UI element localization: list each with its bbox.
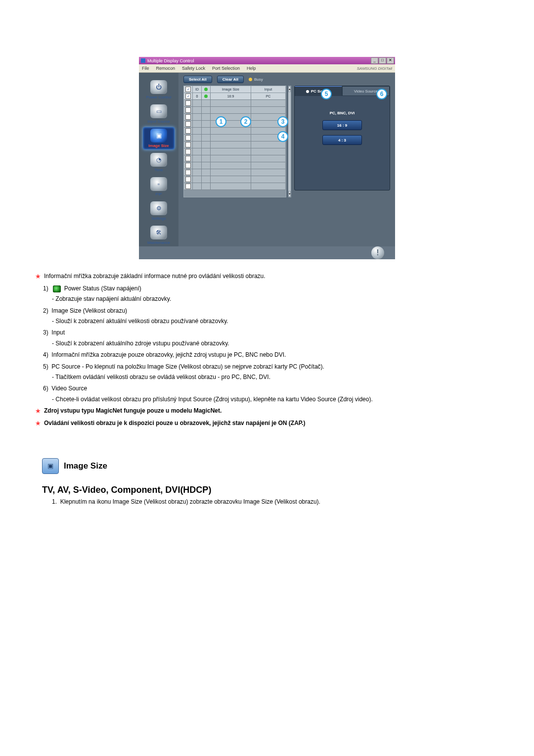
- star-icon: ★: [35, 272, 41, 282]
- table-row: [184, 107, 286, 114]
- table-row: [184, 176, 286, 183]
- scroll-up-icon[interactable]: ▴: [288, 86, 291, 92]
- cell-input: PC: [251, 93, 286, 100]
- busy-indicator: Busy: [249, 77, 263, 82]
- cell-id: 0: [193, 93, 202, 100]
- maximize-icon[interactable]: □: [379, 57, 386, 64]
- callout-4: 4: [277, 131, 288, 142]
- menu-portselection[interactable]: Port Selection: [212, 66, 240, 71]
- time-icon: ◔: [150, 153, 167, 167]
- table-row: [184, 169, 286, 176]
- ratio-16-9-button[interactable]: 16 : 9: [322, 120, 362, 130]
- ordered-list: 1. Klepnutím na ikonu Image Size (Veliko…: [52, 498, 507, 505]
- section-subtitle: TV, AV, S-Video, Component, DVI(HDCP): [42, 485, 507, 495]
- center-pane: Select All Clear All Busy ✓ ID: [178, 73, 291, 246]
- grid-toolbar: Select All Clear All Busy: [178, 73, 291, 86]
- list-item: 4) Informační mřížka zobrazuje pouze obr…: [43, 351, 507, 359]
- list-item: 1. Klepnutím na ikonu Image Size (Veliko…: [52, 498, 507, 505]
- table-row: [184, 100, 286, 107]
- section-icon: ▣: [42, 458, 59, 474]
- sidebar-item-input[interactable]: ▭ Input Source: [143, 103, 175, 125]
- list-item: 3) Input: [43, 329, 507, 337]
- list-item-desc: - Slouží k zobrazení aktuální velikosti …: [52, 317, 507, 326]
- section-title: Image Size: [64, 461, 107, 471]
- ratio-4-3-button[interactable]: 4 : 3: [322, 135, 362, 145]
- col-imagesize: Image Size: [211, 86, 251, 93]
- busy-dot-icon: [249, 78, 252, 81]
- callout-6: 6: [376, 89, 387, 99]
- sidebar-item-imagesize[interactable]: ▣ Image Size: [143, 127, 175, 149]
- window-titlebar: Multiple Display Control _ □ ✕: [139, 57, 395, 64]
- pip-icon: ▫: [150, 177, 167, 191]
- list-item-desc: - Slouží k zobrazení aktuálního zdroje v…: [52, 339, 507, 348]
- panel-heading: PC, BNC, DVI: [330, 111, 355, 115]
- close-icon[interactable]: ✕: [387, 57, 394, 64]
- sidebar-item-settings[interactable]: ⚙ Settings: [143, 200, 175, 222]
- scroll-down-icon[interactable]: ▾: [288, 191, 291, 197]
- callout-2: 2: [240, 116, 251, 127]
- callout-3: 3: [277, 116, 288, 127]
- table-row: [184, 155, 286, 162]
- app-screenshot: Multiple Display Control _ □ ✕ File Remo…: [139, 57, 395, 250]
- menu-help[interactable]: Help: [247, 66, 256, 71]
- list-item-desc: - Chcete-li ovládat velikost obrazu pro …: [52, 395, 507, 404]
- sidebar: ⏻ Power Control ▭ Input Source ▣ Image S…: [139, 73, 178, 246]
- col-id: ID: [193, 86, 202, 93]
- cell-size: 16:9: [211, 93, 251, 100]
- power-status-icon: [53, 285, 61, 292]
- menu-safetylock[interactable]: Safety Lock: [182, 66, 205, 71]
- col-power: [202, 86, 211, 93]
- tab-pc-source[interactable]: PC Source: [295, 86, 342, 96]
- sidebar-item-time[interactable]: ◔ Time: [143, 151, 175, 174]
- maintenance-icon: 🛠: [150, 226, 167, 239]
- scrollbar[interactable]: ▴ ▾: [288, 86, 291, 197]
- table-row[interactable]: ✓ 0 16:9 PC: [184, 93, 286, 100]
- table-row: [184, 121, 286, 128]
- select-all-button[interactable]: Select All: [183, 76, 212, 83]
- table-row: [184, 148, 286, 155]
- table-row: [184, 114, 286, 121]
- col-check: ✓: [184, 86, 193, 93]
- list-item: 6) Video Source: [43, 384, 507, 393]
- list-item-desc: - Zobrazuje stav napájení aktuální obraz…: [52, 295, 507, 303]
- description-block: ★ Informační mřížka zobrazuje základní i…: [35, 272, 507, 428]
- power-dot-icon: [204, 88, 208, 91]
- brand-label: SAMSUNG DIGITall: [357, 66, 392, 71]
- list-item: 5) PC Source - Po klepnutí na položku Im…: [43, 363, 507, 371]
- callout-1: 1: [216, 116, 226, 127]
- section-header: ▣ Image Size: [42, 458, 507, 474]
- star-icon: ★: [35, 407, 41, 416]
- imagesize-icon: ▣: [150, 129, 167, 142]
- window-title: Multiple Display Control: [147, 58, 194, 63]
- header-checkbox[interactable]: ✓: [185, 87, 191, 92]
- menu-file[interactable]: File: [142, 66, 149, 71]
- list-item: 2) Image Size (Velikost obrazu): [43, 307, 507, 315]
- callout-5: 5: [321, 89, 332, 99]
- app-icon: [141, 58, 145, 63]
- note-power-on: Ovládání velikosti obrazu je k dispozici…: [44, 419, 306, 427]
- info-icon[interactable]: !: [371, 246, 384, 259]
- list-item: 1) Power Status (Stav napájení): [43, 284, 507, 293]
- star-icon: ★: [35, 419, 41, 428]
- app-footer: !: [139, 246, 395, 259]
- clear-all-button[interactable]: Clear All: [217, 76, 244, 83]
- note-magicnet: Zdroj vstupu typu MagicNet funguje pouze…: [44, 407, 222, 415]
- col-input: Input: [251, 86, 286, 93]
- sidebar-item-pip[interactable]: ▫ PIP: [143, 176, 175, 198]
- sidebar-item-power[interactable]: ⏻ Power Control: [143, 79, 175, 101]
- list-item-desc: - Tlačítkem ovládání velikosti obrazu se…: [52, 373, 507, 381]
- right-pane: PC Source Video Source PC, BNC, DVI 16 :…: [291, 86, 395, 246]
- menu-bar: File Remocon Safety Lock Port Selection …: [139, 64, 395, 73]
- row-checkbox[interactable]: ✓: [185, 94, 191, 99]
- source-panel: PC Source Video Source PC, BNC, DVI 16 :…: [294, 86, 390, 190]
- table-row: [184, 142, 286, 148]
- table-row: [184, 135, 286, 142]
- info-grid: ✓ ID Image Size Input ✓ 0 16:9: [183, 86, 286, 197]
- grid-header: ✓ ID Image Size Input: [184, 86, 286, 93]
- minimize-icon[interactable]: _: [371, 57, 378, 64]
- menu-remocon[interactable]: Remocon: [156, 66, 176, 71]
- power-icon: ⏻: [150, 80, 167, 94]
- gear-icon: ⚙: [150, 201, 167, 215]
- sidebar-item-maintenance[interactable]: 🛠 Maintenance: [143, 224, 175, 246]
- table-row: [184, 183, 286, 190]
